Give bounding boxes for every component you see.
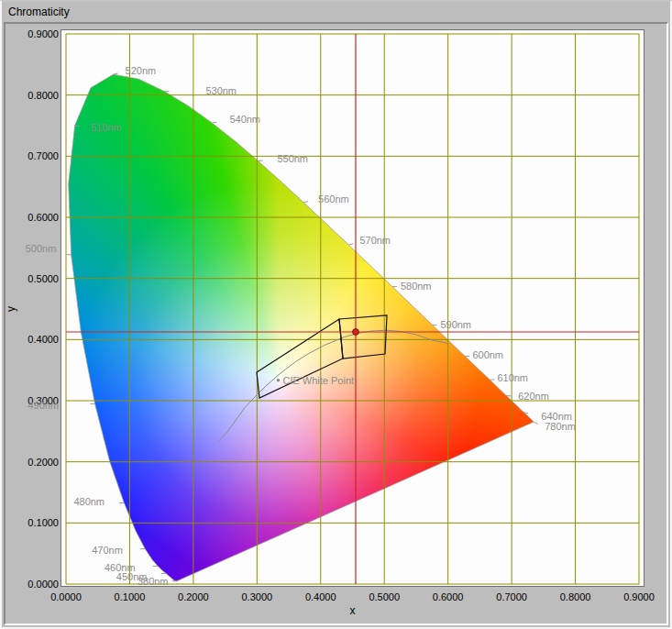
window-title: Chromaticity xyxy=(8,6,70,18)
chromaticity-window: Chromaticity 0.00000.10000.20000.30000.4… xyxy=(0,0,672,629)
